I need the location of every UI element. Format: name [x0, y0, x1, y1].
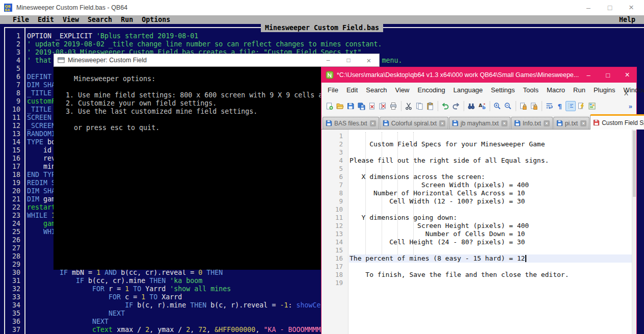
close-icon[interactable]: × — [621, 0, 642, 15]
line-number: 1 — [0, 32, 20, 40]
tab-bas-files-txt[interactable]: BAS files.txt× — [323, 117, 379, 129]
copy-icon[interactable] — [414, 101, 424, 111]
minimize-icon[interactable]: – — [578, 0, 599, 15]
undo-icon[interactable] — [440, 101, 450, 111]
toolbar-separator — [542, 101, 542, 111]
npp-window-title: *C:\Users\marka\Desktop\qb64 v1.3 x64\00… — [337, 71, 579, 79]
line-number: 15 — [0, 146, 20, 155]
tab-colorful-spiral-txt[interactable]: Colorful spiral.txt× — [380, 117, 448, 129]
qb64-titlebar[interactable]: QB64 Minesweeper Custom Field.bas - QB64… — [0, 0, 644, 15]
menu-item-window[interactable]: Window — [620, 86, 644, 94]
menu-item-encoding[interactable]: Encoding — [414, 86, 449, 94]
menu-item-help[interactable]: Help — [619, 15, 635, 24]
menu-item-file[interactable]: File — [13, 15, 29, 24]
find-icon[interactable] — [466, 101, 476, 111]
tab-close-icon[interactable]: × — [544, 120, 550, 126]
tab-label: BAS files.txt — [334, 120, 367, 127]
tab-close-icon[interactable]: × — [439, 120, 445, 126]
toolbar-overflow-icon[interactable]: » — [629, 102, 632, 110]
npp-text-content: Custom Field Specs for your Minesweeper … — [350, 132, 569, 287]
close-icon[interactable] — [367, 101, 377, 111]
scrollbar-thumb[interactable] — [633, 131, 636, 197]
line-number: 27 — [0, 244, 20, 252]
text-line: To finish, Save the file and then close … — [350, 271, 569, 279]
desktop: QB64 Minesweeper Custom Field.bas - QB64… — [0, 0, 644, 334]
close-icon[interactable]: × — [359, 54, 379, 66]
macro-record-icon[interactable] — [518, 101, 528, 111]
line-number: 22 — [0, 203, 20, 212]
menu-item-edit[interactable]: Edit — [38, 15, 54, 24]
function-list-icon[interactable] — [576, 101, 586, 111]
menu-item-plugins[interactable]: Plugins — [589, 86, 620, 94]
new-file-icon[interactable] — [324, 101, 334, 111]
menu-item-settings[interactable]: Settings — [487, 86, 519, 94]
menu-item-search[interactable]: Search — [362, 86, 391, 94]
text-line: Custom Field Specs for your Minesweeper … — [350, 140, 569, 148]
replace-icon[interactable]: Ab — [477, 101, 487, 111]
paste-icon[interactable] — [425, 101, 435, 111]
line-number: 1 — [321, 132, 343, 140]
menu-item-run[interactable]: Run — [569, 86, 589, 94]
menu-item-view[interactable]: View — [391, 86, 414, 94]
redo-icon[interactable] — [451, 101, 461, 111]
menu-item-file[interactable]: File — [324, 86, 342, 94]
macro-playback-icon[interactable] — [529, 101, 539, 111]
line-number: 21 — [0, 195, 20, 203]
npp-toolbar-icons: Ab¶ — [324, 101, 598, 111]
show-all-characters-icon[interactable]: ¶ — [555, 101, 565, 111]
save-icon[interactable] — [345, 101, 356, 111]
menu-item-edit[interactable]: Edit — [342, 86, 362, 94]
line-number: 16 — [321, 254, 343, 263]
console-titlebar[interactable]: Minesweeper: Custom Field – □ × — [53, 54, 380, 67]
zoom-in-icon[interactable] — [492, 101, 502, 111]
line-number: 12 — [321, 222, 343, 230]
npp-titlebar[interactable]: *C:\Users\marka\Desktop\qb64 v1.3 x64\00… — [321, 67, 636, 83]
notepad-plus-plus-window: *C:\Users\marka\Desktop\qb64 v1.3 x64\00… — [321, 67, 637, 334]
zoom-out-icon[interactable] — [503, 101, 513, 111]
indent-guide-icon[interactable] — [566, 101, 576, 111]
tab-pi-txt[interactable]: pi.txt× — [553, 117, 589, 129]
text-line: Please fill out the right side of all Eq… — [350, 157, 569, 165]
tab-info-txt[interactable]: Info.txt× — [511, 117, 553, 129]
qb64-document-tab[interactable]: Minesweeper Custom Field.bas — [261, 23, 383, 32]
saved-file-icon — [383, 120, 389, 126]
tab-custom-field-specs-txt[interactable]: Custom Field Specs.txt× — [590, 114, 644, 130]
menu-item-macro[interactable]: Macro — [543, 86, 569, 94]
qb64-window-title: Minesweeper Custom Field.bas - QB64 — [16, 4, 127, 11]
menu-item-run[interactable]: Run — [121, 15, 133, 24]
menu-item-search[interactable]: Search — [88, 15, 112, 24]
tab-jb-mayham-txt[interactable]: jb mayham.txt× — [449, 117, 511, 129]
menu-item-language[interactable]: Language — [449, 86, 487, 94]
close-all-icon[interactable] — [378, 101, 388, 111]
toolbar-separator — [516, 101, 516, 111]
line-number: 13 — [0, 130, 20, 138]
line-number: 8 — [321, 189, 343, 197]
minimize-icon[interactable]: – — [318, 54, 338, 66]
npp-toolbar: Ab¶ » — [321, 97, 636, 115]
qb64-line-numbers: 1234567891011121314151617181920212223242… — [0, 32, 20, 334]
menu-item-options[interactable]: Options — [142, 15, 170, 24]
maximize-icon[interactable]: □ — [598, 67, 618, 83]
maximize-icon[interactable]: □ — [338, 54, 359, 66]
menu-item-tools[interactable]: Tools — [519, 86, 543, 94]
cut-icon[interactable] — [404, 101, 414, 111]
npp-editor[interactable]: 12345678910111213141516171819 Custom Fie… — [321, 130, 636, 334]
minimize-icon[interactable]: – — [579, 67, 598, 83]
menubar-close-x[interactable]: X — [624, 90, 628, 97]
document-map-icon[interactable] — [587, 101, 597, 111]
print-icon[interactable] — [388, 101, 398, 111]
menu-item-view[interactable]: View — [63, 15, 79, 24]
line-number: 20 — [0, 187, 20, 195]
tab-close-icon[interactable]: × — [370, 120, 376, 126]
close-icon[interactable]: × — [618, 67, 637, 83]
save-all-icon[interactable] — [356, 101, 366, 111]
word-wrap-icon[interactable] — [544, 101, 554, 111]
open-file-icon[interactable] — [335, 101, 345, 111]
tab-close-icon[interactable]: × — [580, 120, 586, 126]
tab-close-icon[interactable]: × — [501, 120, 507, 126]
line-number: 10 — [321, 205, 343, 214]
maximize-icon[interactable]: □ — [599, 0, 621, 15]
npp-line-numbers: 12345678910111213141516171819 — [321, 132, 343, 287]
text-line: Cell Width (12 - 100? pixels) = 30 — [350, 197, 569, 205]
vertical-scrollbar[interactable] — [632, 130, 636, 334]
